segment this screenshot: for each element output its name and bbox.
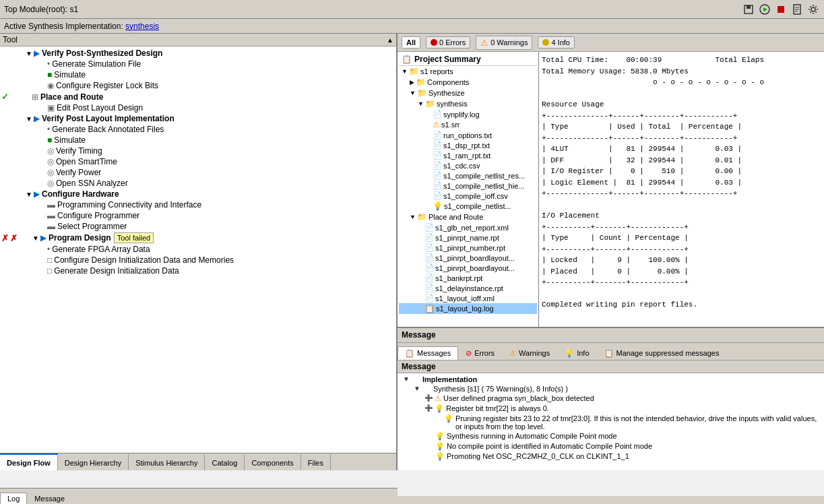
tree-item-select-prog[interactable]: ▬Select Programmer (1, 221, 395, 232)
tab-stimulus-hier[interactable]: Stimulus Hierarchy (129, 453, 205, 470)
project-item-s1-layout-ioff[interactable]: 📄s1_layout_ioff.xml (399, 293, 537, 303)
log-tab-log[interactable]: Log (0, 493, 27, 504)
tree-item-program-design[interactable]: ✗✗▼▶Program DesignTool failed (1, 232, 395, 244)
toggle-open[interactable]: ▼ (410, 90, 416, 96)
tree-item-simulate1[interactable]: ■Simulate (1, 69, 395, 80)
tree-item-config-prog[interactable]: ▬Configure Programmer (1, 210, 395, 221)
file-icon: 📄 (424, 233, 434, 242)
msg-tab-info[interactable]: 💡Info (557, 346, 596, 360)
project-item-s1-pinrpt-boardlayout2[interactable]: 📄s1_pinrpt_boardlayout... (399, 263, 537, 273)
log-tab-message[interactable]: Message (27, 493, 72, 504)
msg-tab-messages[interactable]: 📋Messages (398, 346, 458, 360)
tree-item-gen-back[interactable]: •Generate Back Annotated Files (1, 124, 395, 135)
tree-item-gen-init[interactable]: □Generate Design Initialization Data (1, 265, 395, 276)
tree-item-gen-fpga[interactable]: •Generate FPGA Array Data (1, 244, 395, 255)
project-item-s1-cdc[interactable]: 📄s1_cdc.csv (399, 160, 537, 170)
project-item-s1-glb-net[interactable]: 📄s1_glb_net_report.xml (399, 222, 537, 232)
project-item-s1-compile-ioff[interactable]: 📄s1_compile_ioff.csv (399, 191, 537, 201)
project-item-s1-compile-netlist-hie[interactable]: 📄s1_compile_netlist_hie... (399, 181, 537, 191)
item-icon: ◎ (47, 179, 54, 188)
project-item-s1-delayinstance[interactable]: 📄s1_delayinstance.rpt (399, 283, 537, 293)
message-tabs: 📋Messages⊘Errors⚠Warnings💡Info📋Manage su… (398, 343, 824, 360)
msg-item-impl[interactable]: ▼Implementation (400, 375, 821, 384)
tree-item-prog-conn[interactable]: ▬Programming Connectivity and Interface (1, 199, 395, 210)
msg-tab-warnings[interactable]: ⚠Warnings (502, 346, 557, 360)
project-item-s1-bankrpt[interactable]: 📄s1_bankrpt.rpt (399, 273, 537, 283)
project-item-synthesis-folder[interactable]: ▼📁synthesis (399, 98, 537, 109)
toggle-open[interactable]: ▼ (410, 214, 416, 220)
project-item-synplify-log[interactable]: 📄synplify.log (399, 109, 537, 119)
toggle-open[interactable]: ▼ (402, 68, 408, 75)
settings-icon[interactable] (806, 3, 820, 16)
msg-tab-manage-suppressed[interactable]: 📋Manage suppressed messages (597, 346, 727, 360)
project-item-s1-pinrpt-number[interactable]: 📄s1_pinrpt_number.rpt (399, 243, 537, 253)
tab-design-flow[interactable]: Design Flow (0, 453, 58, 470)
project-item-s1-srr[interactable]: ⚠s1.srr (399, 119, 537, 130)
tree-item-place-route[interactable]: ✓⊞Place and Route (1, 91, 395, 102)
msg-item-msg2[interactable]: ➕💡Register bit tmr[22] is always 0. (400, 404, 821, 414)
toggle-closed[interactable]: ▶ (410, 79, 414, 86)
tree-item-edit-post[interactable]: ▣Edit Post Layout Design (1, 102, 395, 113)
expand-open[interactable]: ▼ (403, 375, 410, 383)
msg-item-msg5[interactable]: 💡Promoting Net OSC_RC2MHZ_0_CLK on CLKIN… (400, 451, 821, 462)
tree-item-config-init[interactable]: □Configure Design Initialization Data an… (1, 255, 395, 265)
msg-item-msg3[interactable]: 💡Synthesis running in Automatic Compile … (400, 431, 821, 441)
message-content[interactable]: ▼Implementation▼Synthesis [s1] ( 75 Warn… (398, 373, 824, 470)
tree-item-verify-post[interactable]: ▼▶Verify Post-Synthesized Design (1, 48, 395, 59)
tree-item-verify-power[interactable]: ◎Verify Power (1, 167, 395, 178)
project-item-s1-pinrpt-name[interactable]: 📄s1_pinrpt_name.rpt (399, 232, 537, 243)
project-item-components[interactable]: ▶📁Components (399, 77, 537, 88)
project-item-s1-ram-rpt[interactable]: 📄s1_ram_rpt.txt (399, 150, 537, 160)
project-item-s1-compile-netlist2[interactable]: 💡s1_compile_netlist... (399, 201, 537, 212)
msg-item-msg2b[interactable]: 💡Pruning register bits 23 to 22 of tmr[2… (400, 414, 821, 431)
toggle-icon[interactable]: ▼ (26, 50, 34, 57)
toggle-icon[interactable]: ▼ (26, 115, 34, 123)
all-btn[interactable]: All (402, 36, 420, 49)
tree-item-open-ssn[interactable]: ◎Open SSN Analyzer (1, 178, 395, 189)
run-icon[interactable] (758, 3, 771, 16)
tab-components[interactable]: Components (245, 453, 300, 470)
warnings-btn[interactable]: ⚠ 0 Warnings (476, 36, 532, 50)
item-label: Edit Post Layout Design (57, 103, 143, 113)
msg-item-msg1[interactable]: ➕⚠User defined pragma syn_black_box dete… (400, 393, 821, 404)
project-item-place-route-folder[interactable]: ▼📁Place and Route (399, 212, 537, 222)
toggle-icon[interactable]: ▼ (32, 234, 40, 242)
toggle-icon[interactable]: ▼ (26, 191, 34, 198)
project-item-s1-pinrpt-boardlayout1[interactable]: 📄s1_pinrpt_boardlayout... (399, 253, 537, 263)
tab-design-hier[interactable]: Design Hierarchy (58, 453, 129, 470)
expand-icon[interactable]: ➕ (424, 394, 433, 402)
msg-tab-errors[interactable]: ⊘Errors (458, 346, 502, 360)
tree-item-gen-sim[interactable]: •Generate Simulation File (1, 59, 395, 69)
msg-item-synthesis-s1[interactable]: ▼Synthesis [s1] ( 75 Warning(s), 8 Info(… (400, 384, 821, 393)
doc-icon[interactable] (790, 3, 804, 16)
left-tree[interactable]: ▼▶Verify Post-Synthesized Design•Generat… (0, 46, 396, 453)
msg-item-msg4[interactable]: 💡No compile point is identified in Autom… (400, 441, 821, 451)
save-icon[interactable] (742, 3, 755, 16)
project-tree[interactable]: 📋Project Summary▼📁s1 reports▶📁Components… (398, 52, 539, 326)
errors-btn[interactable]: 0 Errors (426, 36, 470, 49)
project-item-synthesize[interactable]: ▼📁Synthesize (399, 88, 537, 98)
tab-files[interactable]: Files (301, 453, 331, 470)
info-icon (542, 39, 549, 46)
synthesis-link[interactable]: synthesis (125, 22, 159, 31)
tree-item-verify-post-layout[interactable]: ▼▶Verify Post Layout Implementation (1, 113, 395, 124)
expand-icon[interactable]: ➕ (424, 404, 433, 412)
project-item-s1-layout-log[interactable]: 📋s1_layout_log.log (399, 303, 537, 314)
project-item-run-options[interactable]: 📄run_options.txt (399, 130, 537, 140)
tree-item-open-smarttime[interactable]: ◎Open SmartTime (1, 156, 395, 167)
expand-open[interactable]: ▼ (414, 385, 420, 392)
tree-item-verify-timing[interactable]: ◎Verify Timing (1, 146, 395, 156)
scroll-up-icon[interactable]: ▲ (387, 36, 393, 44)
file-icon: 📄 (424, 243, 434, 252)
tree-item-configure-hw[interactable]: ▼▶Configure Hardware (1, 189, 395, 199)
tree-item-simulate2[interactable]: ■Simulate (1, 135, 395, 146)
tab-catalog[interactable]: Catalog (205, 453, 245, 470)
item-label: Programming Connectivity and Interface (57, 200, 201, 210)
toggle-open[interactable]: ▼ (418, 100, 424, 107)
project-item-s1-reports[interactable]: ▼📁s1 reports (399, 66, 537, 77)
stop-icon[interactable] (774, 3, 788, 16)
info-btn[interactable]: 4 Info (538, 36, 575, 49)
project-item-s1-dsp-rpt[interactable]: 📄s1_dsp_rpt.txt (399, 140, 537, 150)
tree-item-config-reg[interactable]: ◉Configure Register Lock Bits (1, 80, 395, 91)
project-item-s1-compile-netlist-res[interactable]: 📄s1_compile_netlist_res... (399, 170, 537, 181)
